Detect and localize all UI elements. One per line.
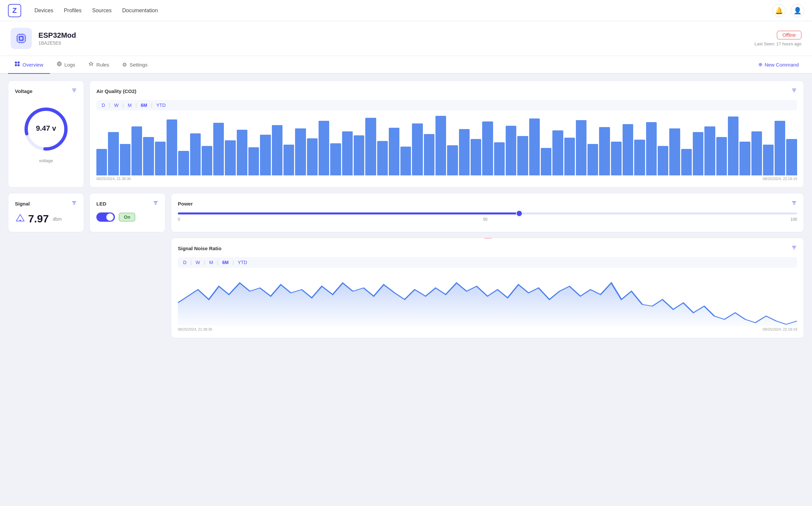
bar [622, 124, 633, 175]
voltage-gauge: 9.47 v voltage [15, 100, 77, 166]
svg-point-22 [59, 66, 60, 66]
snr-period-6m[interactable]: 6M [222, 260, 228, 265]
air-quality-card: Air Quality (CO2) D | W | M | 6M | YTD 0… [89, 80, 804, 188]
led-filter-icon[interactable] [153, 200, 159, 207]
voltage-title: Voltage [15, 87, 77, 95]
bottom-row: Signal 7.97 dbm LED [8, 193, 804, 338]
svg-rect-16 [17, 62, 19, 64]
air-quality-filter-icon[interactable] [791, 87, 797, 95]
tab-settings-label: Settings [130, 62, 147, 68]
plus-icon: ⊕ [758, 62, 763, 68]
voltage-filter-icon[interactable] [71, 87, 77, 95]
snr-end-time: 08/25/2024, 22:19:19 [763, 327, 797, 331]
bar [470, 139, 481, 175]
bar [400, 147, 411, 175]
bar [506, 126, 516, 175]
bar [494, 142, 505, 175]
led-state-badge: On [119, 213, 135, 222]
nav-logo[interactable]: Z [8, 4, 21, 17]
toggle-knob [106, 214, 114, 221]
snr-title: Signal Noise Ratio [178, 245, 797, 252]
bar [576, 120, 586, 175]
air-quality-timestamps: 08/25/2024, 21:38:36 08/25/2024, 22:19:1… [96, 177, 797, 181]
bar [342, 132, 353, 175]
bar [517, 136, 528, 175]
period-w[interactable]: W [114, 103, 119, 108]
bar [728, 116, 738, 175]
svg-text:9.47 v: 9.47 v [36, 124, 56, 133]
bar [774, 121, 785, 175]
snr-period-bar: D | W | M | 6M | YTD [178, 257, 797, 268]
bell-button[interactable]: 🔔 [772, 4, 786, 17]
svg-point-20 [58, 63, 60, 65]
snr-chart [178, 273, 797, 326]
power-filter-icon[interactable] [791, 200, 797, 207]
power-slider-area: 0 50 100 [178, 213, 797, 222]
bar [202, 146, 212, 175]
tab-rules[interactable]: Rules [82, 56, 116, 74]
new-command-label: New Command [765, 62, 799, 68]
nav-documentation[interactable]: Documentation [122, 6, 158, 15]
svg-rect-17 [15, 64, 17, 66]
device-info: ESP32Mod 1BA2E5E6 [39, 31, 754, 46]
bar [751, 132, 762, 175]
bar [166, 119, 177, 175]
slider-thumb[interactable] [516, 210, 523, 217]
device-icon [11, 28, 32, 49]
snr-period-m[interactable]: M [209, 260, 213, 265]
bar [693, 132, 704, 175]
bar [658, 146, 668, 175]
signal-filter-icon[interactable] [71, 200, 77, 207]
bar [213, 123, 224, 175]
bar [552, 131, 563, 175]
snr-period-d[interactable]: D [183, 260, 187, 265]
tab-settings[interactable]: ⚙ Settings [116, 56, 154, 74]
tab-overview[interactable]: Overview [8, 56, 50, 74]
user-button[interactable]: 👤 [791, 4, 804, 17]
bar [260, 135, 271, 175]
snr-period-w[interactable]: W [196, 260, 200, 265]
period-m[interactable]: M [128, 103, 132, 108]
snr-card: Text Signal Noise Ratio D | W | M | 6M |… [171, 238, 804, 338]
bar [190, 134, 201, 175]
voltage-label: voltage [39, 158, 53, 163]
new-command-button[interactable]: ⊕ New Command [753, 59, 804, 70]
bell-icon: 🔔 [775, 7, 783, 15]
svg-point-21 [59, 62, 60, 62]
air-quality-title: Air Quality (CO2) [96, 87, 797, 95]
period-ytd[interactable]: YTD [156, 103, 165, 108]
bar [447, 145, 458, 175]
signal-title: Signal [15, 200, 77, 207]
device-name: ESP32Mod [39, 31, 754, 40]
period-6m[interactable]: 6M [141, 103, 147, 108]
snr-filter-icon[interactable] [791, 245, 797, 252]
bar [482, 121, 493, 175]
bar [120, 144, 131, 175]
bar [412, 123, 423, 175]
nav-actions: 🔔 👤 [772, 4, 804, 17]
tab-logs[interactable]: Logs [50, 56, 82, 74]
snr-period-ytd[interactable]: YTD [238, 260, 247, 265]
led-card: LED On [89, 193, 165, 232]
offline-badge: Offline [777, 31, 801, 39]
svg-rect-2 [20, 37, 22, 40]
bar [587, 144, 598, 175]
signal-icon [15, 213, 25, 225]
tab-rules-label: Rules [96, 62, 109, 68]
signal-number: 7.97 [28, 213, 49, 225]
nav-profiles[interactable]: Profiles [64, 6, 81, 15]
nav-devices[interactable]: Devices [34, 6, 53, 15]
nav-sources[interactable]: Sources [92, 6, 112, 15]
voltage-card: Voltage 9.47 v voltage [8, 80, 84, 188]
air-quality-period-bar: D | W | M | 6M | YTD [96, 100, 797, 110]
slider-fill [178, 213, 519, 215]
bar [108, 132, 119, 175]
bar [739, 142, 750, 175]
bar [634, 140, 645, 175]
svg-rect-18 [17, 64, 19, 66]
period-d[interactable]: D [102, 103, 105, 108]
led-toggle[interactable] [96, 213, 115, 222]
bar [716, 137, 727, 175]
bar [178, 151, 189, 175]
power-card: Power 0 50 100 [171, 193, 804, 232]
